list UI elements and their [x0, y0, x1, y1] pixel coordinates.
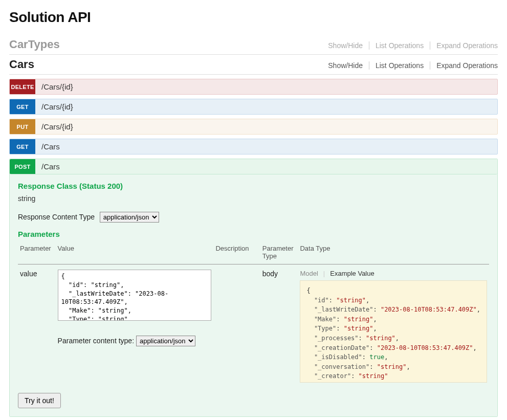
page-title: Solution API [9, 9, 498, 26]
param-content-type-select[interactable]: application/json [136, 336, 195, 346]
operation-path: /Cars [35, 139, 497, 154]
action-list-operations[interactable]: List Operations [369, 41, 430, 50]
example-value-box[interactable]: { "id": "string", "_lastWriteDate": "202… [300, 280, 487, 383]
method-badge: POST [10, 159, 35, 174]
operation-path: /Cars/{id} [35, 119, 497, 134]
tab-example-value[interactable]: Example Value [330, 270, 379, 277]
response-content-type-select[interactable]: application/json [100, 212, 159, 223]
param-type: body [260, 264, 298, 383]
action-expand-operations[interactable]: Expand Operations [430, 61, 498, 70]
method-badge: PUT [10, 119, 35, 134]
col-value: Value [56, 241, 214, 264]
param-name: value [18, 264, 56, 383]
operation-post-cars[interactable]: POST /Cars [10, 159, 497, 174]
col-parameter-type: Parameter Type [260, 241, 298, 264]
response-class-heading: Response Class (Status 200) [18, 182, 489, 190]
action-showhide[interactable]: Show/Hide [322, 41, 369, 50]
operation-get--Cars--id-[interactable]: GET/Cars/{id} [9, 99, 498, 115]
operation-path: /Cars [35, 159, 497, 174]
col-data-type: Data Type [298, 241, 489, 264]
section-cartypes: CarTypes Show/Hide List Operations Expan… [9, 35, 498, 55]
section-cars: Cars Show/Hide List Operations Expand Op… [9, 55, 498, 75]
operation-get--Cars[interactable]: GET/Cars [9, 139, 498, 154]
table-row: value Parameter content type: applicatio… [18, 264, 489, 383]
action-list-operations[interactable]: List Operations [369, 61, 430, 70]
action-expand-operations[interactable]: Expand Operations [430, 41, 498, 50]
response-content-type-label: Response Content Type [18, 213, 95, 221]
operation-path: /Cars/{id} [35, 99, 497, 114]
tab-model[interactable]: Model [300, 270, 323, 277]
section-name-cartypes[interactable]: CarTypes [9, 38, 60, 51]
col-description: Description [213, 241, 260, 264]
operation-post-cars-expanded: POST /Cars Response Class (Status 200) s… [9, 159, 498, 417]
param-content-type-label: Parameter content type: [58, 337, 134, 345]
body-value-input[interactable] [58, 270, 211, 321]
method-badge: DELETE [10, 79, 35, 94]
try-it-out-button[interactable]: Try it out! [18, 393, 61, 408]
action-showhide[interactable]: Show/Hide [322, 61, 369, 70]
operation-put--Cars--id-[interactable]: PUT/Cars/{id} [9, 119, 498, 135]
response-type: string [18, 194, 489, 203]
col-parameter: Parameter [18, 241, 56, 264]
method-badge: GET [10, 139, 35, 154]
section-name-cars[interactable]: Cars [9, 58, 34, 71]
operation-path: /Cars/{id} [35, 79, 497, 94]
method-badge: GET [10, 99, 35, 114]
parameters-table: Parameter Value Description Parameter Ty… [18, 241, 489, 383]
operation-delete--Cars--id-[interactable]: DELETE/Cars/{id} [9, 79, 498, 95]
parameters-heading: Parameters [18, 230, 489, 238]
param-description [213, 264, 260, 383]
